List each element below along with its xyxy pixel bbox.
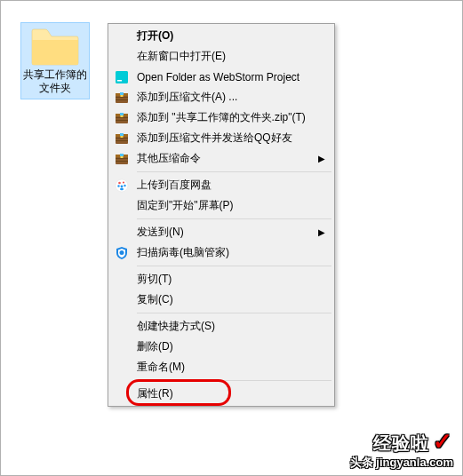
svg-rect-2 (117, 80, 122, 82)
menu-separator (137, 313, 331, 313)
svg-rect-5 (116, 97, 128, 98)
menu-item-label: 创建快捷方式(S) (137, 319, 325, 334)
check-icon: ✓ (433, 428, 453, 455)
archive-zip-icon (114, 110, 130, 126)
blank-icon (114, 292, 130, 308)
svg-point-30 (117, 185, 119, 186)
menu-separator (137, 171, 331, 172)
menu-separator (137, 380, 331, 381)
svg-rect-25 (120, 154, 124, 156)
menu-item[interactable]: 其他压缩命令▶ (110, 148, 332, 169)
svg-point-29 (123, 181, 124, 183)
svg-rect-7 (120, 92, 124, 95)
folder-selected[interactable]: 共享工作簿的文件夹 (20, 22, 90, 99)
menu-item-label: Open Folder as WebStorm Project (137, 71, 325, 83)
svg-rect-11 (116, 117, 128, 118)
blank-icon (114, 319, 130, 335)
menu-item-label: 复制(C) (137, 292, 325, 307)
svg-rect-6 (116, 99, 128, 100)
baidu-icon (114, 178, 130, 194)
svg-point-28 (118, 181, 121, 184)
menu-item-label: 上传到百度网盘 (137, 178, 325, 193)
menu-item[interactable]: 属性(R) (110, 384, 332, 404)
svg-rect-13 (120, 113, 124, 115)
menu-separator (137, 266, 331, 266)
menu-item[interactable]: 剪切(T) (110, 269, 332, 290)
svg-rect-19 (120, 133, 124, 136)
blank-icon (114, 339, 130, 355)
folder-icon (30, 26, 80, 67)
webstorm-icon (114, 69, 130, 85)
submenu-arrow-icon: ▶ (318, 154, 325, 163)
blank-icon (114, 386, 130, 402)
archive-icon (114, 90, 130, 106)
svg-rect-14 (121, 115, 124, 117)
menu-item-label: 添加到压缩文件并发送给QQ好友 (137, 131, 325, 146)
menu-item-label: 发送到(N) (137, 225, 318, 240)
desktop: 共享工作簿的文件夹 打开(O)在新窗口中打开(E)Open Folder as … (1, 1, 462, 475)
svg-rect-1 (116, 71, 128, 83)
svg-rect-20 (121, 136, 124, 138)
context-menu: 打开(O)在新窗口中打开(E)Open Folder as WebStorm P… (108, 23, 335, 407)
menu-item-label: 在新窗口中打开(E) (137, 49, 325, 64)
submenu-arrow-icon: ▶ (318, 227, 325, 237)
blank-icon (114, 198, 130, 214)
blank-icon (114, 360, 130, 376)
menu-separator (137, 218, 331, 219)
menu-item[interactable]: Open Folder as WebStorm Project (110, 67, 332, 87)
menu-item-label: 扫描病毒(电脑管家) (137, 245, 325, 260)
watermark: 经验啦✓ 头条 jingyanla.com (350, 428, 453, 470)
archive-other-icon (114, 151, 130, 167)
svg-rect-26 (121, 156, 124, 158)
blank-icon (114, 272, 130, 288)
svg-point-33 (120, 187, 124, 190)
menu-item[interactable]: 删除(D) (110, 337, 332, 357)
svg-rect-12 (116, 120, 128, 121)
menu-item-label: 打开(O) (137, 28, 325, 44)
qq-guard-icon (114, 245, 130, 261)
svg-rect-8 (121, 95, 124, 97)
svg-rect-23 (116, 158, 128, 159)
blank-icon (114, 225, 130, 241)
svg-rect-24 (116, 161, 128, 162)
menu-item[interactable]: 添加到压缩文件(A) ... (110, 87, 332, 107)
menu-item-label: 删除(D) (137, 339, 325, 354)
archive-qq-icon (114, 131, 130, 147)
menu-item[interactable]: 上传到百度网盘 (110, 175, 332, 195)
menu-item[interactable]: 扫描病毒(电脑管家) (110, 242, 332, 263)
menu-item[interactable]: 发送到(N)▶ (110, 222, 332, 242)
menu-item[interactable]: 复制(C) (110, 290, 332, 310)
menu-item-label: 固定到"开始"屏幕(P) (137, 198, 325, 213)
blank-icon (114, 28, 130, 44)
menu-item[interactable]: 重命名(M) (110, 357, 332, 377)
menu-item-label: 添加到压缩文件(A) ... (137, 90, 325, 105)
svg-rect-18 (116, 140, 128, 141)
menu-item-label: 属性(R) (137, 386, 325, 401)
svg-point-31 (121, 185, 124, 187)
menu-item-label: 重命名(M) (137, 360, 325, 375)
menu-item-label: 其他压缩命令 (137, 151, 318, 166)
menu-item[interactable]: 添加到 "共享工作簿的文件夹.zip"(T) (110, 107, 332, 128)
folder-label: 共享工作簿的文件夹 (21, 68, 89, 95)
svg-rect-17 (116, 138, 128, 139)
menu-item[interactable]: 添加到压缩文件并发送给QQ好友 (110, 128, 332, 148)
menu-item-label: 剪切(T) (137, 272, 325, 287)
menu-item[interactable]: 固定到"开始"屏幕(P) (110, 195, 332, 216)
menu-item[interactable]: 在新窗口中打开(E) (110, 46, 332, 67)
svg-point-32 (124, 184, 125, 186)
menu-item[interactable]: 创建快捷方式(S) (110, 316, 332, 337)
menu-item[interactable]: 打开(O) (110, 26, 332, 46)
svg-point-34 (120, 250, 124, 255)
blank-icon (114, 49, 130, 65)
menu-item-label: 添加到 "共享工作簿的文件夹.zip"(T) (137, 110, 325, 125)
